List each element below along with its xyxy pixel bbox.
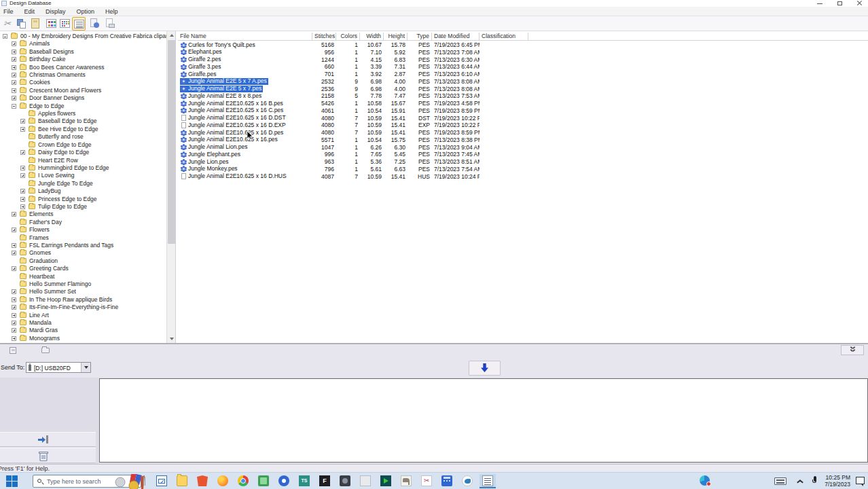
tree-item[interactable]: Tulip Edge to Edge	[0, 203, 166, 211]
expand-plus-icon[interactable]	[20, 189, 25, 194]
ts-app-icon[interactable]: TS	[296, 474, 312, 488]
file-name[interactable]: Jungle Animal E2E10.625 x 16 D.DST	[180, 115, 287, 122]
file-name[interactable]: Jungle Animal E2E10.625 x 16 B.pes	[180, 100, 285, 107]
file-row[interactable]: Jungle Lion.pes96315.367.25PES7/13/2023 …	[178, 158, 868, 166]
file-name[interactable]: Jungle Monkey.pes	[180, 166, 239, 173]
expand-plus-icon[interactable]	[20, 173, 25, 178]
f-app-icon[interactable]: F	[317, 474, 333, 488]
expand-plus-icon[interactable]	[12, 336, 16, 341]
file-row[interactable]: Jungle Animal E2E10.625 x 16 D.HUS408771…	[178, 173, 868, 181]
tree-item[interactable]: Hummingbird Edge to Edge	[0, 164, 166, 172]
tree-item[interactable]: Daisy Edge to Edge	[0, 149, 166, 156]
menu-edit[interactable]: Edit	[19, 7, 41, 16]
column-header-width[interactable]: Width	[360, 33, 384, 41]
export-design-button[interactable]	[103, 17, 117, 31]
file-row[interactable]: Jungle Animal E2E10.625 x 16 D.EXP408071…	[178, 122, 868, 129]
tree-item[interactable]: Graduation	[0, 257, 166, 265]
tree-item[interactable]: Father's Day	[0, 219, 166, 226]
tree-item[interactable]: Mandala	[0, 319, 166, 327]
file-row[interactable]: Jungle Animal E2E 5 x 7 A.pes253296.984.…	[178, 78, 868, 86]
small-thumbnails-view-button[interactable]	[58, 17, 72, 31]
tree-item[interactable]: Birthday Cake	[0, 56, 166, 63]
craft-scissors-app-icon[interactable]: ✂	[418, 474, 435, 488]
expand-plus-icon[interactable]	[12, 321, 16, 325]
file-name[interactable]: Curles for Tony's Quilt.pes	[180, 41, 257, 48]
file-row[interactable]: Giraffe 3.pes66013.397.31PES7/13/2023 6:…	[178, 63, 868, 71]
tree-item[interactable]: Butterfly and rose	[0, 133, 166, 141]
tree-item[interactable]: Elements	[0, 211, 166, 218]
gray-app-icon[interactable]	[357, 474, 374, 488]
taskbar-search-input[interactable]: Type here to search	[33, 475, 141, 488]
file-name[interactable]: Jungle Elephant.pes	[180, 151, 242, 158]
expand-plus-icon[interactable]	[12, 289, 16, 294]
tree-item[interactable]: Flowers	[0, 226, 166, 234]
expand-plus-icon[interactable]	[12, 243, 16, 248]
tree-item[interactable]: Animals	[0, 40, 166, 48]
tree-item[interactable]: Heartbeat	[0, 273, 166, 280]
minimize-button[interactable]	[815, 0, 825, 7]
tree-list-splitter[interactable]	[175, 31, 176, 343]
column-header-classification[interactable]: Classification	[480, 33, 528, 41]
file-row[interactable]: Jungle Animal Lion.pes104716.266.30PES7/…	[178, 144, 868, 151]
file-row[interactable]: Jungle Animal E2E10.625 x 16 C.pes406111…	[178, 107, 868, 115]
sewing-machine-app-icon[interactable]	[398, 474, 414, 488]
open-folder-button[interactable]	[38, 346, 53, 355]
expand-plus-icon[interactable]	[12, 228, 16, 232]
expand-plus-icon[interactable]	[12, 313, 16, 318]
collapse-minus-icon[interactable]	[3, 34, 7, 39]
expand-plus-icon[interactable]	[20, 150, 25, 155]
expand-plus-icon[interactable]	[12, 65, 16, 70]
paste-button[interactable]	[29, 17, 42, 31]
column-header-colors[interactable]: Colors	[336, 33, 360, 41]
expand-plus-icon[interactable]	[12, 73, 16, 77]
microphone-tray-icon[interactable]	[812, 476, 818, 486]
expand-plus-icon[interactable]	[20, 197, 25, 202]
file-name-selected[interactable]: Jungle Animal E2E 5 x 7.pes	[180, 86, 263, 92]
delete-button[interactable]	[0, 448, 96, 463]
tree-item[interactable]: 00 - My Embroidery Designs From Creative…	[0, 33, 166, 40]
swan-app-icon[interactable]	[459, 474, 475, 488]
expand-plus-icon[interactable]	[12, 305, 16, 310]
scrollbar-thumb[interactable]	[168, 40, 175, 244]
calculator-app-icon[interactable]	[439, 474, 455, 488]
send-queue-list[interactable]	[99, 378, 868, 463]
file-name[interactable]: Elephant.pes	[180, 49, 223, 56]
tree-item[interactable]: Christmas Ornaments	[0, 71, 166, 79]
chrome-browser-icon[interactable]	[235, 474, 251, 488]
tree-item[interactable]: Baseball Edge to Edge	[0, 117, 166, 125]
menu-file[interactable]: File	[0, 7, 19, 16]
expand-plus-icon[interactable]	[12, 251, 16, 255]
tree-item[interactable]: Door Banner Designs	[0, 94, 166, 102]
start-button[interactable]	[5, 475, 19, 488]
copy-button[interactable]	[15, 17, 29, 31]
menu-option[interactable]: Option	[71, 7, 101, 16]
tree-item[interactable]: I Love Sewing	[0, 172, 166, 179]
file-name[interactable]: Jungle Animal E2E10.625 x 16 D.HUS	[180, 173, 288, 180]
tree-item[interactable]: Monograms	[0, 335, 166, 342]
file-name[interactable]: Jungle Animal E2E10.625 x 16 C.pes	[180, 107, 285, 114]
tree-item[interactable]: Bee Hive Edge to Edge	[0, 126, 166, 133]
tree-item[interactable]: Mardi Gras	[0, 327, 166, 334]
expand-plus-icon[interactable]	[20, 119, 25, 124]
tree-item[interactable]: Gnomes	[0, 249, 166, 257]
brave-browser-icon[interactable]	[194, 474, 211, 488]
file-row[interactable]: Giraffe 2.pes124414.156.83PES7/13/2023 6…	[178, 56, 868, 64]
file-name[interactable]: Jungle Animal E2E10.625 x 16 D.EXP	[180, 122, 287, 128]
file-name[interactable]: Jungle Animal E2E10.625 x 16.pes	[180, 137, 279, 143]
expand-plus-icon[interactable]	[12, 266, 16, 271]
expand-plus-icon[interactable]	[20, 204, 25, 209]
camera-app-icon[interactable]	[337, 474, 353, 488]
tree-scrollbar[interactable]	[166, 31, 175, 343]
file-row[interactable]: Curles for Tony's Quilt.pes5168110.6715.…	[178, 41, 868, 49]
tree-item[interactable]: Its-Fine-Im-Fine-Everything-is-Fine	[0, 304, 166, 311]
tree-item[interactable]: Baseball Designs	[0, 48, 166, 56]
tree-item[interactable]: Princess Edge to Edge	[0, 196, 166, 203]
tree-item[interactable]: Boo Bees Cancer Awareness	[0, 64, 166, 71]
large-thumbnails-view-button[interactable]	[45, 17, 58, 31]
expand-plus-icon[interactable]	[20, 166, 25, 170]
file-row[interactable]: Jungle Animal E2E 5 x 7.pes253696.984.00…	[178, 86, 868, 93]
photos-app-icon[interactable]	[255, 474, 272, 488]
tree-item[interactable]: Hello Summer Flamingo	[0, 280, 166, 288]
expand-plus-icon[interactable]	[12, 328, 16, 333]
file-name[interactable]: Giraffe 2.pes	[180, 56, 223, 63]
